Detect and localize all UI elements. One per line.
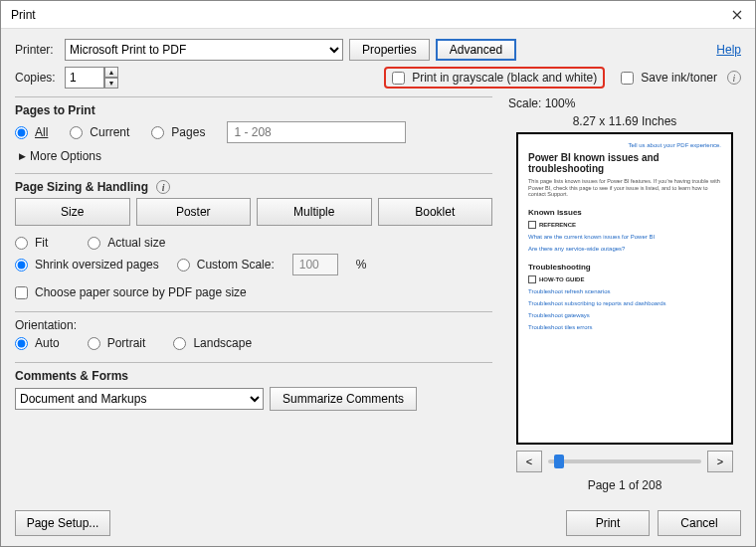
custom-scale-input[interactable] xyxy=(292,254,338,275)
preview-prev-button[interactable]: < xyxy=(516,451,542,472)
orient-portrait-radio[interactable] xyxy=(88,337,100,350)
actual-radio[interactable] xyxy=(88,237,100,250)
info-icon[interactable]: i xyxy=(727,71,741,85)
fit-radio[interactable] xyxy=(15,237,28,250)
sizing-title: Page Sizing & Handling xyxy=(15,180,148,194)
preview-slider[interactable] xyxy=(548,459,701,463)
pages-to-print-title: Pages to Print xyxy=(15,103,492,117)
titlebar: Print xyxy=(1,1,755,29)
properties-button[interactable]: Properties xyxy=(349,39,430,61)
booklet-tab[interactable]: Booklet xyxy=(378,198,493,226)
comments-title: Comments & Forms xyxy=(15,369,492,383)
advanced-button[interactable]: Advanced xyxy=(436,39,516,61)
pages-range-radio[interactable] xyxy=(151,126,164,139)
more-options-toggle[interactable]: ▶ More Options xyxy=(15,147,492,167)
dialog-content: Printer: Microsoft Print to PDF Properti… xyxy=(1,29,755,504)
multiple-tab[interactable]: Multiple xyxy=(257,198,372,226)
choose-paper-checkbox[interactable] xyxy=(15,286,28,299)
orient-auto-radio[interactable] xyxy=(15,337,28,350)
copies-up[interactable]: ▲ xyxy=(104,67,118,78)
printer-select[interactable]: Microsoft Print to PDF xyxy=(65,39,343,61)
size-tab[interactable]: Size xyxy=(15,198,130,226)
grayscale-highlight: Print in grayscale (black and white) xyxy=(384,67,605,89)
cancel-button[interactable]: Cancel xyxy=(658,510,741,536)
shrink-radio[interactable] xyxy=(15,259,28,272)
info-icon[interactable]: i xyxy=(156,180,170,194)
custom-radio[interactable] xyxy=(177,259,190,272)
preview-dimensions: 8.27 x 11.69 Inches xyxy=(508,112,741,130)
preview-next-button[interactable]: > xyxy=(707,451,733,472)
copies-label: Copies: xyxy=(15,71,59,85)
grayscale-label: Print in grayscale (black and white) xyxy=(412,71,597,85)
footer: Page Setup... Print Cancel xyxy=(1,504,755,546)
close-icon xyxy=(732,10,742,20)
poster-tab[interactable]: Poster xyxy=(136,198,252,226)
preview-scale: Scale: 100% xyxy=(508,94,741,112)
reference-icon: REFERENCE xyxy=(528,221,721,229)
orient-landscape-radio[interactable] xyxy=(173,337,186,350)
save-ink-label: Save ink/toner xyxy=(641,71,717,85)
copies-down[interactable]: ▼ xyxy=(104,78,118,89)
comments-select[interactable]: Document and Markups xyxy=(15,388,264,410)
orientation-label: Orientation: xyxy=(15,318,492,332)
copies-input[interactable] xyxy=(65,67,104,89)
copies-spinner: ▲ ▼ xyxy=(65,67,118,89)
triangle-right-icon: ▶ xyxy=(19,151,26,161)
grayscale-checkbox[interactable] xyxy=(392,72,405,85)
page-indicator: Page 1 of 208 xyxy=(508,476,741,494)
slider-thumb[interactable] xyxy=(554,455,564,468)
help-link[interactable]: Help xyxy=(716,43,741,57)
pages-current-radio[interactable] xyxy=(70,126,83,139)
close-button[interactable] xyxy=(725,3,749,27)
window-title: Print xyxy=(11,8,725,22)
print-preview: Tell us about your PDF experience. Power… xyxy=(516,132,733,445)
page-setup-button[interactable]: Page Setup... xyxy=(15,510,110,536)
howto-icon: HOW-TO GUIDE xyxy=(528,275,721,283)
printer-label: Printer: xyxy=(15,43,59,57)
summarize-comments-button[interactable]: Summarize Comments xyxy=(270,387,417,411)
save-ink-checkbox[interactable] xyxy=(621,72,634,85)
pages-all-radio[interactable] xyxy=(15,126,28,139)
pages-range-input[interactable] xyxy=(227,121,406,143)
print-dialog: Print Printer: Microsoft Print to PDF Pr… xyxy=(0,0,756,547)
print-button[interactable]: Print xyxy=(566,510,650,536)
